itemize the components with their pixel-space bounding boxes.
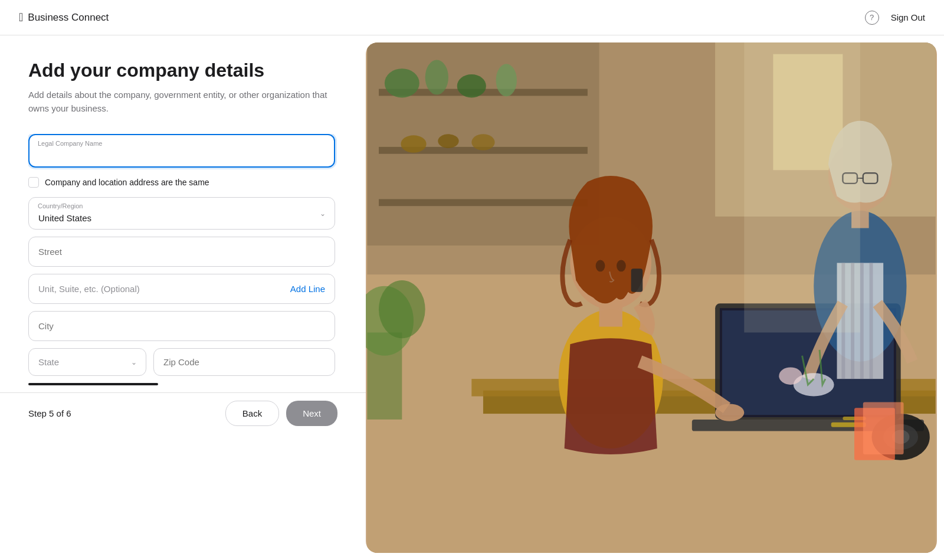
hero-image [366,42,937,553]
sign-out-button[interactable]: Sign Out [891,12,925,22]
state-wrapper: State ⌄ [28,348,146,376]
svg-rect-8 [379,199,588,206]
checkbox-label: Company and location address are the sam… [45,178,209,187]
page-subtitle: Add details about the company, governmen… [28,89,337,115]
svg-rect-27 [631,268,643,292]
header-actions: ? Sign Out [865,11,925,25]
page-title: Add your company details [28,59,337,81]
svg-point-9 [385,68,419,97]
footer: Step 5 of 6 Back Next [0,392,366,434]
svg-point-13 [401,135,426,152]
svg-point-28 [715,404,744,421]
hero-image-panel [366,35,944,560]
scroll-indicator [28,383,158,385]
svg-rect-33 [860,263,864,379]
svg-point-12 [496,64,517,96]
apple-logo-icon:  [19,11,23,24]
legal-company-label: Legal Company Name [38,140,102,147]
unit-suite-row: Unit, Suite, etc. (Optional) Add Line [28,274,335,304]
svg-rect-50 [744,42,860,332]
zip-code-input[interactable] [153,348,335,376]
svg-point-11 [457,74,486,97]
brand-name: Business Connect [28,12,109,24]
next-button[interactable]: Next [286,401,337,426]
checkbox-row: Company and location address are the sam… [28,177,335,188]
svg-point-26 [617,260,626,272]
svg-rect-34 [870,263,873,379]
add-line-button[interactable]: Add Line [290,284,325,294]
state-select[interactable]: State [28,348,146,376]
step-indicator: Step 5 of 6 [28,408,71,418]
svg-point-25 [596,260,605,272]
svg-point-10 [425,60,448,94]
state-zip-row: State ⌄ [28,348,335,376]
help-icon[interactable]: ? [865,11,879,25]
legal-company-field-wrapper: Legal Company Name [28,134,335,168]
main-content: Add your company details Add details abo… [0,35,944,560]
country-region-select[interactable]: United States [28,197,335,230]
svg-point-49 [379,280,425,338]
form-panel: Add your company details Add details abo… [0,35,366,392]
back-button[interactable]: Back [225,401,279,426]
svg-point-41 [779,367,802,384]
header:  Business Connect ? Sign Out [0,0,944,35]
form-area: Legal Company Name Company and location … [28,134,337,392]
city-input[interactable] [28,311,335,341]
street-input[interactable] [28,237,335,267]
footer-buttons: Back Next [225,401,337,426]
brand-area:  Business Connect [19,11,109,24]
legal-company-name-input[interactable] [28,134,335,168]
country-region-wrapper: Country/Region United States ⌄ [28,197,335,230]
left-panel: Add your company details Add details abo… [0,35,366,560]
same-address-checkbox[interactable] [28,177,39,188]
svg-rect-52 [863,402,904,454]
svg-point-14 [438,134,458,148]
unit-placeholder: Unit, Suite, etc. (Optional) [38,284,140,294]
svg-point-15 [471,134,494,150]
